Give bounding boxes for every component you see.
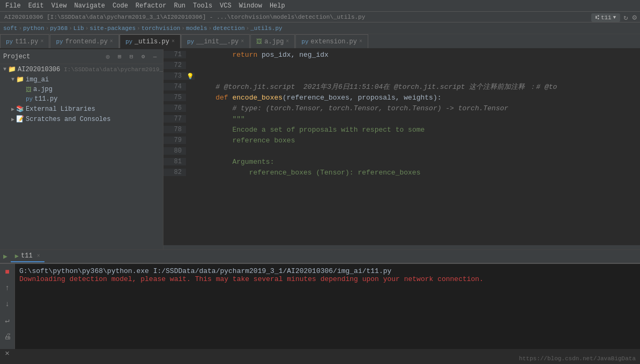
code-text-77: """ — [195, 115, 245, 123]
console-scroll-down[interactable]: ↓ — [3, 298, 11, 310]
console-scroll-up[interactable]: ↑ — [3, 282, 11, 294]
tab-utilspy[interactable]: py _utils.py × — [120, 34, 181, 48]
tab-frontendpy-close[interactable]: × — [110, 39, 113, 44]
code-line-82[interactable]: 82 reference_boxes (Tensor): reference_b… — [163, 167, 640, 178]
code-text-79: reference boxes — [195, 136, 295, 145]
tree-item-project-root[interactable]: ▼ 📁 AI202010306 I:\SSDData\data\pycharm2… — [0, 64, 163, 74]
tree-item-ajpg[interactable]: 🖼 a.jpg — [0, 85, 163, 94]
menu-file[interactable]: File — [2, 1, 24, 11]
code-line-79[interactable]: 79 reference boxes — [163, 135, 640, 146]
tab-t11py-close[interactable]: × — [40, 39, 43, 44]
tree-item-scratches[interactable]: ▶ 📝 Scratches and Consoles — [0, 114, 163, 124]
run-bar: ▶ ▶ t11 × — [0, 249, 640, 263]
tab-utilspy-close[interactable]: × — [172, 39, 175, 44]
tab-extensionpy-close[interactable]: × — [359, 39, 362, 44]
tab-ajpg-close[interactable]: × — [286, 39, 289, 44]
tree-label-root: AI202010306 — [18, 66, 60, 73]
code-line-71[interactable]: 71 return pos_idx, neg_idx — [163, 49, 640, 60]
line-num-80: 80 — [163, 147, 186, 155]
menu-help[interactable]: Help — [266, 1, 288, 11]
code-text-71: return pos_idx, neg_idx — [195, 51, 329, 59]
tab-extensionpy-icon: py — [301, 39, 308, 45]
branch-badge[interactable]: ⑆ t11 ▼ — [591, 13, 620, 22]
code-text-82: reference_boxes (Tensor): reference_boxe… — [195, 169, 420, 177]
menu-tools[interactable]: Tools — [190, 1, 215, 11]
tab-utilspy-icon: py — [125, 39, 132, 45]
code-line-78[interactable]: 78 Encode a set of proposals with respec… — [163, 124, 640, 135]
path-lib[interactable]: Lib — [73, 25, 84, 32]
sidebar-header: Project ◎ ⊞ ⊟ ⚙ — — [0, 49, 163, 64]
code-line-75[interactable]: 75 def encode_boxes(reference_boxes, pro… — [163, 92, 640, 103]
code-line-80[interactable]: 80 — [163, 146, 640, 156]
path-py368[interactable]: py368 — [50, 25, 68, 32]
path-site-packages[interactable]: site-packages — [90, 25, 136, 32]
tree-label-ajpg: a.jpg — [33, 86, 53, 93]
tab-initpy-close[interactable]: × — [241, 39, 244, 44]
menu-code[interactable]: Code — [109, 1, 131, 11]
sidebar-collapse-icon[interactable]: ⊟ — [126, 52, 136, 62]
folder-icon-root: 📁 — [8, 65, 16, 73]
line-num-82: 82 — [163, 169, 186, 176]
sidebar-hide-icon[interactable]: — — [150, 52, 160, 62]
run-tab-t11[interactable]: ▶ t11 × — [11, 251, 44, 262]
code-content: 71 return pos_idx, neg_idx 72 73 💡 — [163, 49, 640, 178]
console-wrap-icon[interactable]: ↵ — [3, 314, 11, 327]
tree-item-imgai[interactable]: ▼ 📁 img_ai — [0, 74, 163, 85]
menu-view[interactable]: View — [48, 1, 70, 11]
code-line-81[interactable]: 81 Arguments: — [163, 156, 640, 167]
line-num-75: 75 — [163, 94, 186, 101]
tab-t11py-label: t11.py — [15, 38, 38, 46]
menu-refactor[interactable]: Refactor — [132, 1, 170, 11]
console-print-icon[interactable]: 🖨 — [2, 331, 13, 343]
menu-window[interactable]: Window — [236, 1, 265, 11]
sidebar-title: Project — [3, 53, 101, 60]
code-line-74[interactable]: 74 # @torch.jit.script 2021年3月6日11:51:04… — [163, 81, 640, 92]
path-soft[interactable]: soft — [3, 25, 17, 32]
path-models[interactable]: models — [186, 25, 207, 32]
stop-icon[interactable]: ■ — [3, 266, 11, 278]
line-num-79: 79 — [163, 136, 186, 144]
tree-label-scratches: Scratches and Consoles — [26, 116, 110, 123]
tab-frontendpy-label: frontend.py — [65, 38, 108, 46]
editor-hscrollbar[interactable] — [163, 245, 640, 249]
code-line-72[interactable]: 72 — [163, 60, 640, 71]
tree-label-imgai: img_ai — [26, 76, 49, 84]
bulb-icon-73[interactable]: 💡 — [187, 73, 194, 80]
file-icon-ajpg: 🖼 — [26, 86, 32, 93]
sidebar-locate-icon[interactable]: ◎ — [103, 52, 113, 62]
menu-run[interactable]: Run — [170, 1, 189, 11]
path-utils-py[interactable]: _utils.py — [250, 25, 282, 32]
path-detection[interactable]: detection — [213, 25, 244, 32]
line-num-72: 72 — [163, 62, 186, 69]
tab-frontendpy[interactable]: py frontend.py × — [50, 34, 118, 48]
line-num-73: 73 — [163, 72, 186, 80]
tab-t11py[interactable]: py t11.py × — [0, 34, 49, 48]
code-line-77[interactable]: 77 """ — [163, 113, 640, 124]
title-bar: AI202010306 [I:\SSDData\data\pycharm2019… — [0, 12, 640, 22]
refresh-icon[interactable]: ↻ — [622, 12, 629, 23]
sidebar-expand-icon[interactable]: ⊞ — [115, 52, 124, 62]
tree-item-external-libs[interactable]: ▶ 📚 External Libraries — [0, 104, 163, 114]
menu-vcs[interactable]: VCS — [217, 1, 235, 11]
tab-initpy[interactable]: py __init__.py × — [181, 34, 250, 48]
console-close-icon[interactable]: ✕ — [3, 347, 11, 359]
tree-item-t11py[interactable]: py t11.py — [0, 94, 163, 104]
settings-icon[interactable]: ⚙ — [631, 12, 638, 23]
tab-frontendpy-icon: py — [56, 39, 63, 45]
tab-ajpg[interactable]: 🖼 a.jpg × — [250, 34, 295, 48]
sidebar-settings-icon[interactable]: ⚙ — [138, 52, 148, 62]
code-line-76[interactable]: 76 # type: (torch.Tensor, torch.Tensor, … — [163, 103, 640, 113]
console-output[interactable]: G:\soft\python\py368\python.exe I:/SSDDa… — [15, 264, 640, 349]
menu-navigate[interactable]: Navigate — [71, 1, 108, 11]
expand-arrow-root: ▼ — [3, 66, 6, 72]
code-line-73[interactable]: 73 💡 — [163, 71, 640, 81]
path-python[interactable]: python — [23, 25, 44, 32]
run-tab-close[interactable]: × — [37, 253, 40, 259]
window-title: AI202010306 [I:\SSDData\data\pycharm2019… — [4, 14, 365, 20]
path-torchvision[interactable]: torchvision — [142, 25, 181, 32]
run-icon: ▶ — [3, 252, 8, 261]
tab-extensionpy[interactable]: py extension.py × — [295, 34, 368, 48]
menu-edit[interactable]: Edit — [25, 1, 47, 11]
line-num-71: 71 — [163, 51, 186, 58]
editor-area[interactable]: 71 return pos_idx, neg_idx 72 73 💡 — [163, 49, 640, 249]
